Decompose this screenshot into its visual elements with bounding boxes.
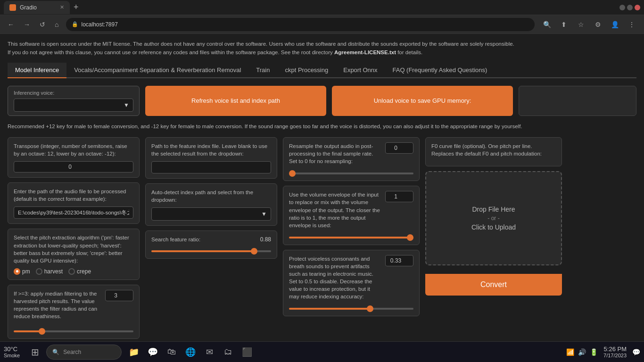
taskbar-files-button[interactable]: 📁 [125,344,142,361]
address-bar[interactable]: 🔒 localhost:7897 [66,18,535,31]
radio-pm[interactable]: pm [14,268,30,275]
empty-panel [519,86,636,116]
upload-or-text: - or - [487,215,499,222]
browser-toolbar: 🔍 ⬆ ☆ ⚙ 👤 ⋮ [540,18,638,31]
audio-path-input[interactable] [14,206,133,219]
profile-button[interactable]: 👤 [608,18,621,31]
audio-path-label: Enter the path of the audio file to be p… [14,188,133,203]
taskbar: 30°C Smoke ⊞ 🔍 Search 📁 💬 🛍 🌐 ✉ 🗂 ⬛ 📶 🔊 … [0,341,644,362]
feature-index-label: Path to the feature index file. Leave bl… [151,142,271,157]
taskbar-chrome-button[interactable]: 🌐 [182,344,199,361]
radio-crepe[interactable]: crepe [68,268,91,275]
search-browser-button[interactable]: 🔍 [540,18,553,31]
battery-icon: 🔋 [590,348,598,356]
refresh-voice-button[interactable]: Refresh voice list and index path [145,86,326,116]
notification-icon[interactable]: 💬 [632,348,640,356]
weather-description: Smoke [4,353,20,358]
voiceless-slider[interactable] [289,308,413,310]
f0-label: F0 curve file (optional). One pitch per … [431,142,556,157]
back-button[interactable]: ← [6,19,16,30]
taskbar-terminal-button[interactable]: ⬛ [239,344,256,361]
feature-index-input[interactable] [151,161,271,173]
license-file: Agreement-LICENSE.txt [334,49,396,55]
search-ratio-label: Search feature ratio: [151,236,200,243]
volume-envelope-slider[interactable] [289,237,413,239]
f0-box: F0 curve file (optional). One pitch per … [425,137,562,166]
median-filter-label: If >=3: apply median filtering to the ha… [14,290,101,320]
taskbar-teams-button[interactable]: 💬 [144,344,161,361]
transpose-input[interactable] [14,161,133,173]
forward-button[interactable]: → [22,19,32,30]
median-filter-slider[interactable] [14,330,133,332]
inferencing-voice-dropdown[interactable]: ▼ [14,99,133,112]
new-tab-button[interactable]: + [70,2,83,12]
auto-detect-box: Auto-detect index path and select from t… [145,183,277,226]
clock-time: 5:26 PM [603,346,627,353]
taskbar-search-icon: 🔍 [52,349,59,355]
tab-vocals[interactable]: Vocals/Accompaniment Separation & Reverb… [66,63,248,78]
voiceless-input[interactable] [385,255,413,266]
dropdown-arrow-icon: ▼ [124,102,129,108]
close-button[interactable] [635,5,640,10]
lock-icon: 🔒 [72,21,78,27]
tab-close-icon[interactable]: ✕ [60,4,64,10]
bookmark-button[interactable]: ☆ [574,18,587,31]
browser-tab[interactable]: Gradio ✕ [4,1,70,14]
maximize-button[interactable] [627,5,633,10]
minimize-button[interactable] [619,5,625,10]
taskbar-store-button[interactable]: 🛍 [163,344,180,361]
radio-pm-label: pm [22,268,30,275]
search-ratio-slider[interactable] [151,250,271,252]
extensions-button[interactable]: ⚙ [591,18,604,31]
taskbar-search-box[interactable]: 🔍 Search [46,345,122,360]
search-ratio-value: 0.88 [260,236,271,243]
resample-input[interactable] [385,142,413,154]
gradio-favicon [9,4,16,11]
unload-voice-button[interactable]: Unload voice to save GPU memory: [332,86,513,116]
start-button[interactable]: ⊞ [27,345,42,360]
resample-slider[interactable] [289,173,413,174]
convert-button[interactable]: Convert [425,274,562,296]
radio-pm-dot [14,268,20,275]
tab-model-inference[interactable]: Model Inference [8,63,66,78]
tab-export[interactable]: Export Onnx [336,63,385,78]
refresh-button[interactable]: ↺ [38,19,47,30]
upload-click-text: Click to Upload [471,223,516,231]
recommendation-text: Recommended +12 key for male to female c… [8,123,636,131]
tab-ckpt[interactable]: ckpt Processing [277,63,336,78]
weather-temperature: 30°C [4,346,20,353]
url-display: localhost:7897 [81,21,117,28]
upload-drop-text: Drop File Here [472,206,515,213]
share-button[interactable]: ⬆ [557,18,570,31]
auto-detect-label: Auto-detect index path and select from t… [151,189,271,204]
taskbar-explorer-button[interactable]: 🗂 [220,344,237,361]
auto-detect-arrow-icon: ▼ [261,211,267,217]
transpose-label: Transpose (integer, number of semitones,… [14,142,133,157]
volume-envelope-box: Use the volume envelope of the input to … [283,186,420,245]
radio-harvest[interactable]: harvest [36,268,63,275]
transpose-box: Transpose (integer, number of semitones,… [8,137,140,178]
menu-button[interactable]: ⋮ [625,18,638,31]
disclaimer-line2: If you do not agree with this clause, yo… [8,48,636,57]
weather-widget: 30°C Smoke [4,346,20,358]
inferencing-voice-label: Inferencing voice: [14,90,133,96]
upload-area[interactable]: Drop File Here - or - Click to Upload [425,171,562,265]
taskbar-apps: 📁 💬 🛍 🌐 ✉ 🗂 ⬛ [125,344,256,361]
volume-icon: 🔊 [578,348,586,356]
inferencing-voice-box: Inferencing voice: ▼ [8,86,140,116]
median-filter-input[interactable] [105,290,133,301]
radio-harvest-dot [36,268,42,275]
tab-faq[interactable]: FAQ (Frequently Asked Questions) [385,63,495,78]
voiceless-box: Protect voiceless consonants and breath … [283,250,420,317]
taskbar-mail-button[interactable]: ✉ [201,344,218,361]
home-button[interactable]: ⌂ [53,19,60,30]
resample-label: Resample the output audio in post-proces… [289,142,381,165]
main-content: This software is open source under the M… [0,34,644,341]
median-filter-box: If >=3: apply median filtering to the ha… [8,285,140,339]
auto-detect-dropdown[interactable]: ▼ [151,207,271,221]
pitch-algo-radio-group: pm harvest crepe [14,268,133,275]
clock-date: 7/17/2023 [603,353,627,358]
tab-bar: Gradio ✕ + [4,1,619,14]
tab-train[interactable]: Train [248,63,277,78]
volume-envelope-input[interactable] [385,191,413,202]
